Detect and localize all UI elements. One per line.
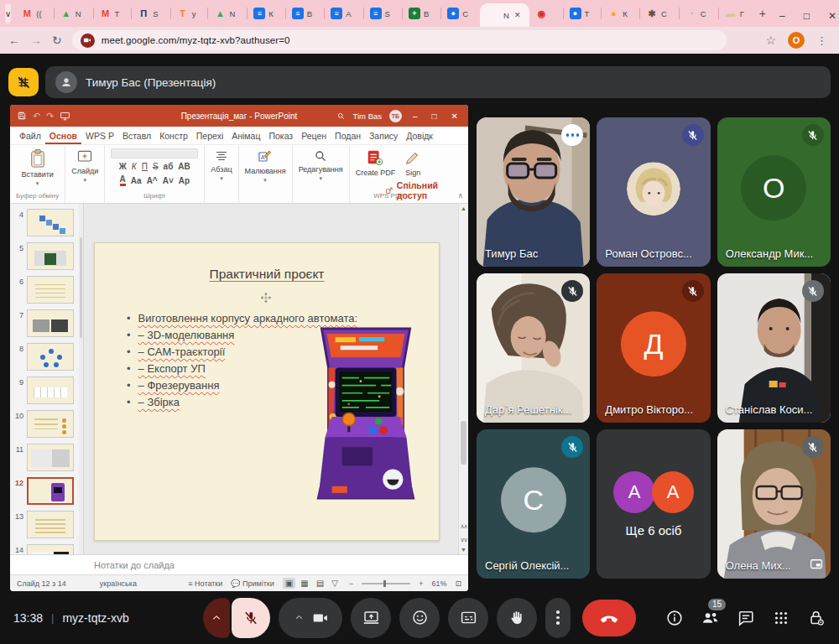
view-button[interactable]: ▦ [298,578,310,589]
browser-tab[interactable]: ● К [601,0,639,27]
tile-roman[interactable]: Роман Островс... [597,117,710,267]
browser-tab[interactable]: ◔ С [679,0,718,27]
ribbon-tab[interactable]: Перехі [192,128,227,144]
slide-thumbnail[interactable]: 12 [12,477,81,505]
font-style-button[interactable]: АВ [178,162,190,171]
shared-screen-powerpoint[interactable]: ↶ ↷ Презентація_маг - PowerPoint Tim Bas… [10,105,468,591]
font-style-button[interactable]: аб [164,162,174,171]
ribbon-tab[interactable]: Вставл [118,128,155,144]
activities-button[interactable] [772,609,790,627]
tile-stanislav[interactable]: Станіслав Коси... [717,273,831,423]
thumbnail-scrollbar[interactable] [79,204,83,554]
ribbon-tab[interactable]: Рецен [297,128,331,144]
browser-tab[interactable]: ▲ N [207,0,247,27]
tile-oleksandr[interactable]: О Олександр Мик... [717,117,831,267]
previous-slide-button[interactable]: ∧∧ [459,524,468,529]
font-name-select[interactable] [111,148,198,158]
scroll-down-icon[interactable]: ▼ [459,547,468,553]
browser-tab[interactable]: ▬ Г [718,0,756,27]
slide-thumbnail[interactable]: 6 [12,276,81,304]
slide-thumbnail[interactable]: 7 [12,309,81,337]
browser-tab[interactable]: ✱ С [639,0,679,27]
slide-thumbnail[interactable]: 5 [12,242,81,270]
account-avatar[interactable]: ТБ [389,110,402,122]
view-button[interactable]: ▽ [329,578,341,589]
slide-thumbnail[interactable]: 4 [12,209,81,236]
notes-toggle[interactable]: ≡ Нотатки [188,579,222,588]
zoom-slider[interactable] [362,583,410,584]
back-button[interactable]: ← [8,34,20,47]
font-color-button[interactable]: А˅ [163,176,174,185]
slide-thumbnail[interactable]: 9 [12,377,81,404]
slide-scrollbar[interactable]: ▲ ∧∧ ∨∨ ▼ [458,204,468,554]
share-button[interactable]: Спільний доступ [385,180,463,200]
ribbon-tab[interactable]: Показ [264,128,297,144]
paste-button[interactable]: Вставити▾ [21,148,54,187]
notes-pane[interactable]: Нотатки до слайда [10,554,468,574]
camera-in-use-icon[interactable] [81,34,95,48]
zoom-level[interactable]: 61% [431,579,446,588]
tile-olena[interactable]: Олена Мих... [717,429,831,579]
more-options-button[interactable] [545,598,571,638]
browser-tab[interactable]: M Т [93,0,132,27]
font-color-button[interactable]: Ар [179,176,190,185]
tile-timur-bas[interactable]: Тимур Бас [477,117,590,267]
ppt-minimize-button[interactable]: – [409,112,421,121]
undo-icon[interactable]: ↶ [33,111,40,122]
ppt-maximize-button[interactable]: □ [429,112,440,121]
browser-tab[interactable]: T у [170,0,208,27]
search-icon[interactable] [336,112,346,121]
view-button[interactable]: ▤ [314,578,326,589]
captions-button[interactable] [448,598,488,638]
browser-tab[interactable]: ▲ N [54,0,93,27]
font-style-button[interactable]: S [153,162,159,171]
zoom-out-button[interactable]: − [349,579,353,588]
view-button[interactable]: ▣ [283,578,295,589]
tab-search-button[interactable]: ∨ [5,3,11,23]
mic-options-chevron[interactable] [203,598,230,638]
tile-overflow[interactable]: А А Ще 6 осіб [597,429,710,579]
current-slide[interactable]: Практичний проєкт Виготовлення корпусу а… [94,242,440,541]
url-text[interactable]: meet.google.com/myz-tqtz-xvb?authuser=0 [102,35,290,45]
tile-serhii[interactable]: С Сергій Олексій... [477,429,590,579]
slide-thumbnail[interactable]: 8 [12,343,81,371]
redo-icon[interactable]: ↷ [46,111,54,122]
profile-avatar[interactable]: О [788,32,805,49]
slide-thumbnail[interactable]: 13 [12,511,81,538]
browser-tab[interactable]: N ✕ [480,3,529,27]
camera-control[interactable] [279,598,342,638]
mic-muted-button[interactable] [232,598,270,638]
slide-editing-area[interactable]: Практичний проєкт Виготовлення корпусу а… [84,204,458,554]
slide-thumbnail[interactable]: 14 [12,544,81,554]
slide-thumbnail[interactable]: 11 [12,444,81,471]
tab-close-icon[interactable]: ✕ [514,11,521,19]
ppt-close-button[interactable]: ✕ [448,112,461,121]
chat-button[interactable] [737,609,755,627]
new-tab-button[interactable]: + [759,7,766,20]
browser-tab[interactable]: ≡ В [285,0,324,27]
reactions-button[interactable] [399,598,440,638]
slideshow-icon[interactable] [60,111,70,122]
account-name[interactable]: Tim Bas [353,112,382,121]
next-slide-button[interactable]: ∨∨ [459,538,468,543]
ribbon-tab[interactable]: Основ [45,128,81,144]
browser-tab[interactable]: ● С [440,0,480,27]
end-call-button[interactable] [582,600,636,636]
address-bar[interactable]: meet.google.com/myz-tqtz-xvb?authuser=0 [72,30,727,50]
save-icon[interactable] [17,111,27,121]
host-controls-button[interactable] [807,609,826,627]
browser-tab[interactable]: + В [402,0,440,27]
scroll-up-icon[interactable]: ▲ [459,205,468,211]
font-color-button[interactable]: А [120,174,126,186]
browser-tab[interactable]: Π S [131,0,169,27]
browser-tab[interactable]: ≡ К [247,0,285,27]
browser-menu-icon[interactable]: ⋮ [816,34,827,47]
new-slide-button[interactable]: Слайди▾ [71,148,98,184]
raise-hand-button[interactable] [497,598,537,638]
browser-tab[interactable]: M (( [14,0,53,27]
close-button[interactable]: ✕ [828,10,836,22]
people-button[interactable]: 15 [701,608,720,627]
font-style-button[interactable]: П [142,162,148,171]
ribbon-tab[interactable]: Довідк [402,128,437,144]
create-pdf-button[interactable]: Create PDF [356,148,396,177]
